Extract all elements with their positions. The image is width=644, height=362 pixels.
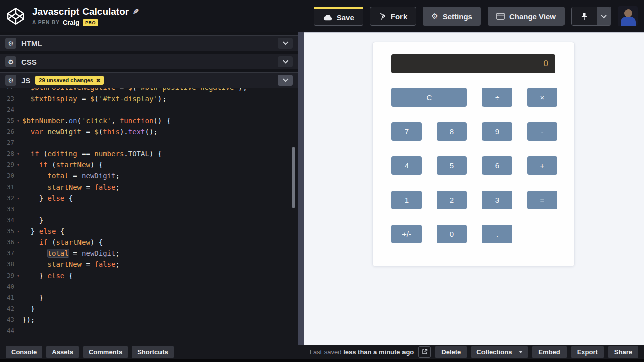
- calc-button-0[interactable]: 0: [437, 225, 467, 243]
- edit-title-icon[interactable]: ✎: [133, 7, 139, 16]
- css-collapse-button[interactable]: [278, 56, 293, 67]
- footer-tab-comments[interactable]: Comments: [83, 346, 128, 358]
- line-number: 27: [0, 137, 14, 148]
- settings-button[interactable]: ⚙ Settings: [423, 7, 481, 26]
- calc-button-2[interactable]: 2: [437, 191, 467, 209]
- chevron-down-icon: [283, 58, 288, 63]
- last-saved-time: less than a minute ago: [343, 348, 414, 356]
- js-panel-header[interactable]: ⚙ JS 29 unsaved changes ✖: [0, 72, 298, 88]
- share-button[interactable]: Share: [608, 346, 638, 358]
- fold-arrow-icon[interactable]: ▾: [14, 115, 22, 126]
- code-text: $btnPositiveNegative = $('#btn-positive-…: [22, 88, 247, 93]
- footer-right: Last saved less than a minute ago Delete…: [310, 346, 638, 358]
- embed-button[interactable]: Embed: [532, 346, 566, 358]
- code-line[interactable]: 31 startNew = false;: [0, 182, 298, 193]
- calc-button-1[interactable]: 1: [391, 191, 422, 209]
- author-link[interactable]: Craig: [63, 19, 79, 26]
- line-number: 24: [0, 104, 14, 115]
- line-number: 35: [0, 226, 14, 237]
- code-text: $txtDisplay = $('#txt-display');: [22, 93, 167, 104]
- change-view-button[interactable]: Change View: [488, 7, 565, 26]
- pen-title: Javascript Calculator ✎: [32, 6, 139, 17]
- code-line[interactable]: 39▾ } else {: [0, 270, 298, 281]
- fold-gutter: [14, 88, 22, 93]
- code-line[interactable]: 44: [0, 325, 298, 336]
- delete-button[interactable]: Delete: [435, 346, 467, 358]
- calc-button-.[interactable]: .: [482, 225, 512, 243]
- code-line[interactable]: 27: [0, 137, 298, 148]
- footer-tab-shortcuts[interactable]: Shortcuts: [132, 346, 174, 358]
- cloud-icon: [323, 14, 332, 21]
- code-line[interactable]: 22 $btnPositiveNegative = $('#btn-positi…: [0, 88, 298, 93]
- fold-arrow-icon[interactable]: ▾: [14, 193, 22, 204]
- footer-tab-assets[interactable]: Assets: [46, 346, 79, 358]
- unsaved-changes-badge[interactable]: 29 unsaved changes ✖: [35, 76, 104, 85]
- code-line[interactable]: 43});: [0, 314, 298, 325]
- save-button[interactable]: Save: [314, 7, 363, 26]
- code-line[interactable]: 24: [0, 104, 298, 115]
- css-settings-gear-icon[interactable]: ⚙: [5, 56, 16, 67]
- html-panel-header[interactable]: ⚙ HTML: [0, 35, 298, 51]
- fold-arrow-icon[interactable]: ▾: [14, 237, 22, 248]
- fold-arrow-icon[interactable]: ▾: [14, 148, 22, 159]
- export-button[interactable]: Export: [571, 346, 604, 358]
- code-line[interactable]: 23 $txtDisplay = $('#txt-display');: [0, 93, 298, 104]
- fold-arrow-icon[interactable]: ▾: [14, 159, 22, 170]
- html-settings-gear-icon[interactable]: ⚙: [5, 38, 16, 49]
- code-line[interactable]: 28▾ if (editing == numbers.TOTAL) {: [0, 148, 298, 159]
- pin-icon: [581, 12, 588, 21]
- line-number: 28: [0, 148, 14, 159]
- html-collapse-button[interactable]: [278, 38, 293, 49]
- js-settings-gear-icon[interactable]: ⚙: [5, 75, 16, 86]
- pin-button[interactable]: [572, 7, 597, 25]
- code-line[interactable]: 34 }: [0, 215, 298, 226]
- code-line[interactable]: 30 total = newDigit;: [0, 170, 298, 182]
- js-code-editor[interactable]: 22 $btnPositiveNegative = $('#btn-positi…: [0, 88, 298, 345]
- fold-gutter: [14, 325, 22, 336]
- code-line[interactable]: 36▾ if (startNew) {: [0, 237, 298, 248]
- code-line[interactable]: 29▾ if (startNew) {: [0, 159, 298, 170]
- open-saved-link-button[interactable]: [418, 346, 431, 358]
- editor-scrollbar-thumb[interactable]: [292, 147, 295, 208]
- calc-button-8[interactable]: 8: [437, 122, 467, 141]
- calc-button-5[interactable]: 5: [437, 156, 467, 175]
- code-line[interactable]: 41 }: [0, 292, 298, 303]
- calc-button-3[interactable]: 3: [482, 191, 512, 209]
- fold-arrow-icon[interactable]: ▾: [14, 226, 22, 237]
- code-text: } else {: [22, 270, 73, 281]
- footer-tab-console[interactable]: Console: [6, 346, 42, 358]
- code-line[interactable]: 35▾ } else {: [0, 226, 298, 237]
- line-number: 38: [0, 259, 14, 270]
- fold-arrow-icon[interactable]: ▾: [14, 270, 22, 281]
- calc-button-4[interactable]: 4: [391, 156, 422, 175]
- codepen-logo-icon[interactable]: [6, 7, 25, 26]
- dismiss-badge-icon[interactable]: ✖: [96, 78, 100, 83]
- code-line[interactable]: 38 startNew = false;: [0, 259, 298, 270]
- code-line[interactable]: 37 total = newDigit;: [0, 248, 298, 259]
- calc-button-7[interactable]: 7: [391, 122, 422, 141]
- code-line[interactable]: 40: [0, 281, 298, 292]
- calc-button-9[interactable]: 9: [482, 122, 512, 141]
- code-text: total = newDigit;: [22, 170, 120, 182]
- code-line[interactable]: 25▾$btnNumber.on('click', function() {: [0, 115, 298, 126]
- fold-gutter: [14, 292, 22, 303]
- pane-resize-handle[interactable]: [298, 32, 304, 345]
- fork-button[interactable]: Fork: [370, 7, 417, 26]
- code-line[interactable]: 32▾ } else {: [0, 193, 298, 204]
- calc-button-6[interactable]: 6: [482, 156, 512, 175]
- calc-button-+[interactable]: +: [527, 156, 557, 175]
- calc-button-×[interactable]: ×: [527, 88, 557, 107]
- js-collapse-button[interactable]: [278, 75, 293, 86]
- calc-button-C[interactable]: C: [391, 88, 467, 107]
- css-panel-header[interactable]: ⚙ CSS: [0, 54, 298, 69]
- calc-button--[interactable]: -: [527, 122, 557, 141]
- calc-button-=[interactable]: =: [527, 191, 557, 209]
- code-line[interactable]: 33: [0, 204, 298, 215]
- calc-button-÷[interactable]: ÷: [482, 88, 512, 107]
- pin-dropdown-button[interactable]: [597, 7, 611, 25]
- code-line[interactable]: 42 }: [0, 303, 298, 314]
- calc-button-+/-[interactable]: +/-: [391, 225, 422, 243]
- user-avatar[interactable]: [618, 6, 638, 26]
- code-line[interactable]: 26 var newDigit = $(this).text();: [0, 126, 298, 137]
- collections-dropdown[interactable]: Collections: [471, 346, 528, 358]
